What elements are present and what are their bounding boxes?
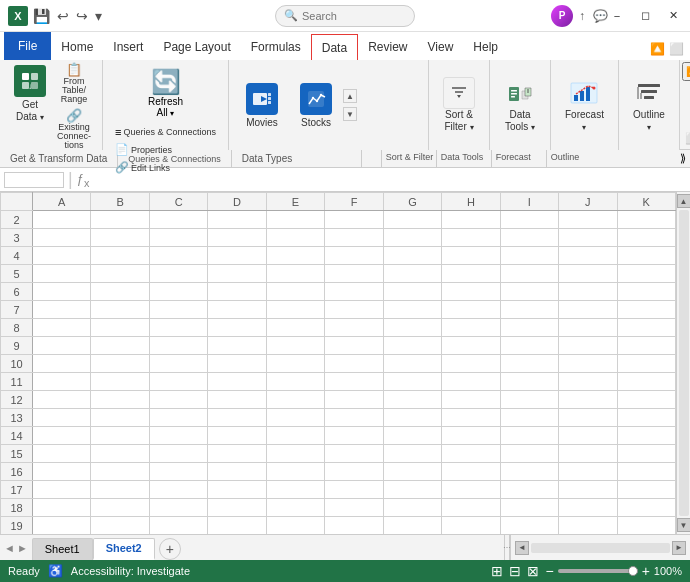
cell-D14[interactable] <box>208 427 266 445</box>
cell-D2[interactable] <box>208 211 266 229</box>
cell-F2[interactable] <box>325 211 383 229</box>
cell-F19[interactable] <box>325 517 383 535</box>
cell-I4[interactable] <box>500 247 558 265</box>
properties-button[interactable]: 📄 Properties <box>111 141 220 158</box>
cell-J13[interactable] <box>559 409 617 427</box>
tab-view[interactable]: View <box>418 34 464 60</box>
queries-connections-button[interactable]: ≡ Queries & Connections <box>111 124 220 140</box>
cell-J2[interactable] <box>559 211 617 229</box>
cell-K10[interactable] <box>617 355 675 373</box>
cell-E14[interactable] <box>266 427 324 445</box>
cell-I15[interactable] <box>500 445 558 463</box>
cell-I8[interactable] <box>500 319 558 337</box>
cell-J10[interactable] <box>559 355 617 373</box>
cell-G6[interactable] <box>383 283 441 301</box>
cell-G16[interactable] <box>383 463 441 481</box>
cell-F3[interactable] <box>325 229 383 247</box>
cell-D9[interactable] <box>208 337 266 355</box>
collapse-ribbon-button[interactable]: 🔼 <box>682 62 690 81</box>
cell-C6[interactable] <box>149 283 207 301</box>
zoom-slider[interactable] <box>558 569 638 573</box>
cell-B12[interactable] <box>91 391 149 409</box>
cell-A6[interactable] <box>33 283 91 301</box>
cell-G17[interactable] <box>383 481 441 499</box>
cell-G14[interactable] <box>383 427 441 445</box>
cell-F18[interactable] <box>325 499 383 517</box>
cell-I7[interactable] <box>500 301 558 319</box>
cell-H11[interactable] <box>442 373 500 391</box>
cell-A4[interactable] <box>33 247 91 265</box>
cell-I13[interactable] <box>500 409 558 427</box>
cell-B6[interactable] <box>91 283 149 301</box>
cell-E8[interactable] <box>266 319 324 337</box>
cell-I17[interactable] <box>500 481 558 499</box>
cell-C9[interactable] <box>149 337 207 355</box>
cell-K18[interactable] <box>617 499 675 517</box>
cell-F6[interactable] <box>325 283 383 301</box>
cell-J11[interactable] <box>559 373 617 391</box>
outline-button[interactable]: Outline▾ <box>627 71 671 139</box>
cell-F10[interactable] <box>325 355 383 373</box>
cell-J7[interactable] <box>559 301 617 319</box>
vertical-scrollbar[interactable]: ▲ ▼ <box>676 192 690 534</box>
cell-A9[interactable] <box>33 337 91 355</box>
cell-H7[interactable] <box>442 301 500 319</box>
cell-B15[interactable] <box>91 445 149 463</box>
edit-links-button[interactable]: 🔗 Edit Links <box>111 159 220 176</box>
forecast-button[interactable]: Forecast▾ <box>559 71 610 139</box>
cell-B9[interactable] <box>91 337 149 355</box>
quick-redo-button[interactable]: ↪ <box>74 6 90 26</box>
cell-C5[interactable] <box>149 265 207 283</box>
horizontal-scrollbar[interactable]: ◄ ► <box>510 535 690 560</box>
sheet-tab-sheet2[interactable]: Sheet2 <box>93 538 155 560</box>
cell-D17[interactable] <box>208 481 266 499</box>
cell-F11[interactable] <box>325 373 383 391</box>
cell-G7[interactable] <box>383 301 441 319</box>
page-layout-view-button[interactable]: ⊟ <box>509 563 521 579</box>
share-button[interactable]: ↑ <box>577 7 587 25</box>
cell-C18[interactable] <box>149 499 207 517</box>
cell-G4[interactable] <box>383 247 441 265</box>
scroll-up-button[interactable]: ▲ <box>343 89 357 103</box>
cell-F7[interactable] <box>325 301 383 319</box>
cell-I5[interactable] <box>500 265 558 283</box>
cell-A5[interactable] <box>33 265 91 283</box>
cell-C13[interactable] <box>149 409 207 427</box>
search-box[interactable]: 🔍 <box>275 5 415 27</box>
cell-J9[interactable] <box>559 337 617 355</box>
cell-J4[interactable] <box>559 247 617 265</box>
cell-F4[interactable] <box>325 247 383 265</box>
quick-customize-button[interactable]: ▾ <box>93 6 104 26</box>
page-break-view-button[interactable]: ⊠ <box>527 563 539 579</box>
scroll-track-vertical[interactable] <box>679 210 689 516</box>
cell-E19[interactable] <box>266 517 324 535</box>
expand-collapse-button[interactable]: ⟫ <box>676 150 690 167</box>
cell-D16[interactable] <box>208 463 266 481</box>
cell-J6[interactable] <box>559 283 617 301</box>
minimize-button[interactable]: − <box>604 6 630 26</box>
cell-A3[interactable] <box>33 229 91 247</box>
cell-J12[interactable] <box>559 391 617 409</box>
cell-A15[interactable] <box>33 445 91 463</box>
cell-A13[interactable] <box>33 409 91 427</box>
cell-I11[interactable] <box>500 373 558 391</box>
cell-F14[interactable] <box>325 427 383 445</box>
movies-button[interactable]: Movies <box>237 78 287 133</box>
cell-K19[interactable] <box>617 517 675 535</box>
cell-E16[interactable] <box>266 463 324 481</box>
cell-I19[interactable] <box>500 517 558 535</box>
cell-F16[interactable] <box>325 463 383 481</box>
cell-E5[interactable] <box>266 265 324 283</box>
cell-K2[interactable] <box>617 211 675 229</box>
cell-E9[interactable] <box>266 337 324 355</box>
cell-D18[interactable] <box>208 499 266 517</box>
cell-K9[interactable] <box>617 337 675 355</box>
cell-H14[interactable] <box>442 427 500 445</box>
h-scroll-track[interactable] <box>531 543 670 553</box>
cell-I14[interactable] <box>500 427 558 445</box>
cell-C7[interactable] <box>149 301 207 319</box>
cell-G8[interactable] <box>383 319 441 337</box>
cell-D8[interactable] <box>208 319 266 337</box>
cell-J17[interactable] <box>559 481 617 499</box>
zoom-out-button[interactable]: − <box>545 563 553 579</box>
